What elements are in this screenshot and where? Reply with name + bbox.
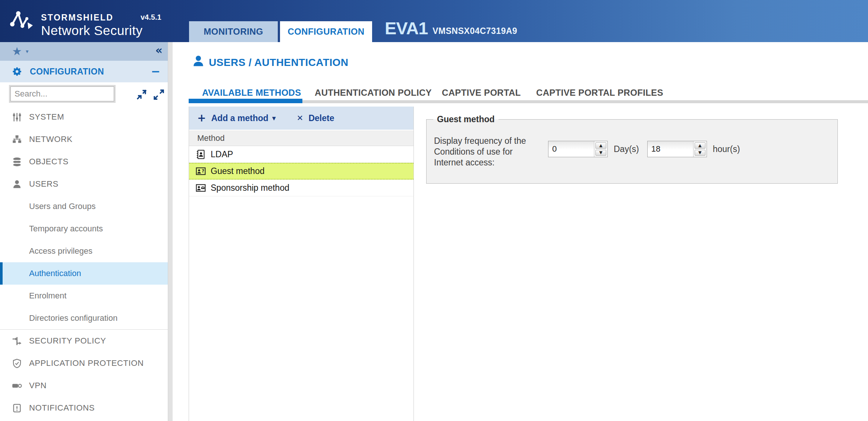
tab-captive-portal[interactable]: CAPTIVE PORTAL bbox=[442, 88, 521, 98]
hours-stepper: ▲ ▼ bbox=[647, 141, 707, 157]
sidebar-item-users[interactable]: USERS bbox=[0, 173, 168, 195]
sidebar-item-authentication[interactable]: Authentication bbox=[0, 262, 168, 285]
device-name: EVA1 bbox=[385, 18, 428, 38]
tab-authentication-policy[interactable]: AUTHENTICATION POLICY bbox=[315, 88, 432, 98]
sidebar-item-notifications[interactable]: NOTIFICATIONS bbox=[0, 397, 168, 419]
add-method-label: Add a method bbox=[211, 113, 268, 123]
sidebar-item-network[interactable]: NETWORK bbox=[0, 128, 168, 151]
method-label: Guest method bbox=[211, 166, 264, 176]
expand-all-icon[interactable] bbox=[153, 89, 165, 101]
brand-name: STORMSHIELD bbox=[41, 13, 143, 23]
database-icon bbox=[12, 157, 22, 167]
hours-input[interactable] bbox=[648, 141, 693, 157]
sidebar-subitem-label: Temporary accounts bbox=[29, 224, 103, 234]
sidebar-subitem-label: Enrolment bbox=[29, 291, 66, 301]
sidebar-subitem-label: Users and Groups bbox=[29, 202, 96, 211]
collapse-section-icon[interactable]: − bbox=[151, 66, 160, 77]
method-column-header: Method bbox=[189, 130, 413, 146]
sidebar-section-configuration[interactable]: CONFIGURATION − bbox=[0, 61, 168, 82]
alert-icon bbox=[12, 403, 22, 413]
sidebar: ★ ▾ « CONFIGURATION − bbox=[0, 42, 168, 421]
collapse-all-icon[interactable] bbox=[136, 89, 148, 101]
spin-up-icon[interactable]: ▲ bbox=[695, 142, 705, 149]
collapse-sidebar-icon[interactable]: « bbox=[155, 44, 163, 57]
tab-available-methods[interactable]: AVAILABLE METHODS bbox=[202, 88, 301, 98]
display-frequency-label: Display frequency of the Conditions of u… bbox=[434, 136, 538, 168]
close-icon: ✕ bbox=[297, 114, 304, 123]
sidebar-item-directories-configuration[interactable]: Directories configuration bbox=[0, 307, 168, 329]
sponsor-mail-icon bbox=[196, 183, 206, 193]
sidebar-subitem-label: Directories configuration bbox=[29, 313, 117, 323]
spin-down-icon[interactable]: ▼ bbox=[595, 150, 606, 156]
methods-toolbar: + Add a method ▼ ✕ Delete bbox=[189, 107, 413, 130]
sliders-icon bbox=[12, 112, 22, 122]
sidebar-item-vpn[interactable]: VPN bbox=[0, 374, 168, 397]
spin-down-icon[interactable]: ▼ bbox=[695, 150, 705, 156]
users-section-icon bbox=[192, 54, 205, 68]
network-icon bbox=[12, 134, 22, 145]
hours-spin-buttons: ▲ ▼ bbox=[693, 141, 707, 157]
tab-configuration[interactable]: CONFIGURATION bbox=[280, 21, 372, 42]
sidebar-subitem-label: Access privileges bbox=[29, 246, 92, 256]
method-label: LDAP bbox=[211, 149, 233, 159]
sidebar-scrollbar-track[interactable] bbox=[168, 42, 173, 421]
sidebar-item-label: NETWORK bbox=[29, 134, 73, 144]
sidebar-item-label: OBJECTS bbox=[29, 157, 69, 167]
sidebar-item-objects[interactable]: OBJECTS bbox=[0, 151, 168, 173]
method-row-sponsorship[interactable]: Sponsorship method bbox=[189, 180, 413, 196]
version-label: v4.5.1 bbox=[141, 13, 161, 22]
sidebar-item-label: VPN bbox=[29, 381, 47, 390]
method-row-guest[interactable]: ? Guest method bbox=[189, 163, 413, 180]
guest-user-icon: ? bbox=[196, 166, 206, 176]
tunnel-icon bbox=[12, 381, 22, 391]
plus-icon: + bbox=[197, 113, 206, 123]
main-content: USERS / AUTHENTICATION AVAILABLE METHODS… bbox=[173, 42, 868, 421]
sidebar-item-label: USERS bbox=[29, 179, 59, 189]
method-row-ldap[interactable]: LDAP bbox=[189, 146, 413, 163]
favorites-star-icon[interactable]: ★ bbox=[12, 46, 22, 57]
brand-product: Network Security bbox=[41, 23, 143, 38]
delete-method-button[interactable]: ✕ Delete bbox=[276, 113, 334, 123]
frequency-controls: ▲ ▼ Day(s) ▲ ▼ hour(s) bbox=[548, 141, 748, 157]
days-stepper: ▲ ▼ bbox=[548, 141, 608, 157]
sidebar-section-label: CONFIGURATION bbox=[30, 67, 104, 77]
address-book-icon bbox=[196, 149, 206, 159]
traffic-arrows-icon bbox=[12, 336, 22, 346]
search-input[interactable] bbox=[10, 86, 114, 101]
methods-panel: + Add a method ▼ ✕ Delete Method LDAP bbox=[189, 107, 414, 421]
days-input[interactable] bbox=[548, 141, 594, 157]
sidebar-item-temporary-accounts[interactable]: Temporary accounts bbox=[0, 218, 168, 240]
topbar: STORMSHIELD Network Security v4.5.1 MONI… bbox=[0, 0, 868, 42]
delete-label: Delete bbox=[308, 113, 334, 123]
guest-method-legend: Guest method bbox=[433, 114, 499, 124]
sidebar-item-label: NOTIFICATIONS bbox=[29, 403, 95, 413]
active-tab-underline bbox=[189, 99, 302, 103]
sidebar-item-application-protection[interactable]: APPLICATION PROTECTION bbox=[0, 352, 168, 374]
device-serial: VMSNSX04C7319A9 bbox=[433, 26, 517, 36]
method-label: Sponsorship method bbox=[211, 183, 289, 193]
brand: STORMSHIELD Network Security bbox=[41, 13, 143, 38]
tab-monitoring[interactable]: MONITORING bbox=[189, 21, 278, 42]
favorites-caret-icon[interactable]: ▾ bbox=[26, 48, 29, 55]
user-icon bbox=[12, 179, 22, 189]
sidebar-item-enrolment[interactable]: Enrolment bbox=[0, 285, 168, 307]
gear-icon bbox=[11, 66, 22, 77]
sidebar-item-label: SYSTEM bbox=[29, 112, 64, 122]
spin-up-icon[interactable]: ▲ bbox=[595, 142, 606, 149]
sidebar-item-security-policy[interactable]: SECURITY POLICY bbox=[0, 330, 168, 352]
sidebar-item-users-and-groups[interactable]: Users and Groups bbox=[0, 195, 168, 218]
sidebar-search-bar bbox=[0, 82, 168, 106]
stormshield-admin-app: STORMSHIELD Network Security v4.5.1 MONI… bbox=[0, 0, 868, 421]
add-method-button[interactable]: + Add a method ▼ bbox=[197, 113, 276, 123]
sidebar-item-label: APPLICATION PROTECTION bbox=[29, 358, 144, 368]
stormshield-logo-icon bbox=[9, 10, 35, 31]
shield-check-icon bbox=[12, 358, 22, 368]
page-title: USERS / AUTHENTICATION bbox=[209, 57, 348, 69]
sidebar-item-access-privileges[interactable]: Access privileges bbox=[0, 240, 168, 262]
favorites-bar: ★ ▾ « bbox=[0, 42, 168, 61]
sidebar-item-system[interactable]: SYSTEM bbox=[0, 106, 168, 128]
sidebar-item-label: SECURITY POLICY bbox=[29, 336, 106, 346]
display-frequency-field: Display frequency of the Conditions of u… bbox=[427, 124, 837, 168]
tab-captive-portal-profiles[interactable]: CAPTIVE PORTAL PROFILES bbox=[536, 88, 663, 98]
guest-method-panel: Guest method Display frequency of the Co… bbox=[426, 114, 838, 184]
